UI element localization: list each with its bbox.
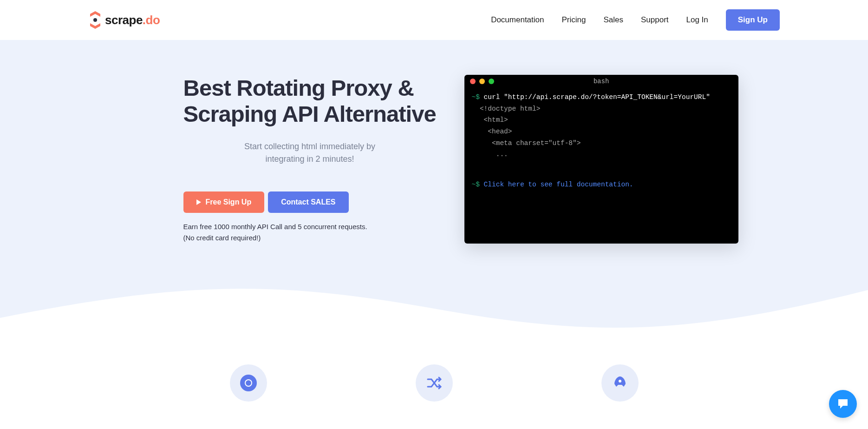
nav-documentation[interactable]: Documentation: [491, 15, 544, 25]
terminal-header: bash: [464, 75, 738, 88]
traffic-lights: [470, 79, 494, 84]
feature-chrome-icon: [230, 364, 267, 402]
free-signup-label: Free Sign Up: [206, 198, 252, 206]
svg-point-4: [619, 380, 621, 383]
output-line: <html>: [472, 114, 731, 126]
contact-sales-button[interactable]: Contact SALES: [268, 191, 348, 213]
output-line: <head>: [472, 126, 731, 138]
svg-point-3: [246, 380, 251, 386]
fine-print-2: (No credit card required!): [183, 232, 437, 244]
terminal-title: bash: [594, 78, 609, 85]
docs-link[interactable]: Click here to see full documentation.: [484, 181, 633, 188]
nav-support[interactable]: Support: [641, 15, 669, 25]
minimize-icon[interactable]: [479, 79, 485, 84]
output-line: <meta charset="utf-8">: [472, 138, 731, 149]
play-icon: [196, 199, 201, 205]
free-signup-button[interactable]: Free Sign Up: [183, 191, 265, 213]
curl-command: curl "http://api.scrape.do/?token=API_TO…: [480, 93, 710, 101]
hero-subtitle: Start collecting html immediately by int…: [224, 140, 396, 165]
features-section: [0, 346, 868, 402]
hero-section: Best Rotating Proxy & Scraping API Alter…: [0, 40, 868, 346]
maximize-icon[interactable]: [489, 79, 494, 84]
terminal-body: ~$ curl "http://api.scrape.do/?token=API…: [464, 88, 738, 198]
main-nav: Documentation Pricing Sales Support Log …: [491, 9, 780, 31]
output-line: ...: [472, 149, 731, 160]
close-icon[interactable]: [470, 79, 476, 84]
prompt: ~$: [472, 181, 480, 188]
signup-button[interactable]: Sign Up: [726, 9, 780, 31]
prompt: ~$: [472, 93, 480, 101]
nav-sales[interactable]: Sales: [603, 15, 623, 25]
wave-divider: [0, 262, 868, 346]
svg-point-0: [93, 18, 97, 22]
output-line: <!doctype html>: [472, 103, 731, 115]
nav-login[interactable]: Log In: [686, 15, 708, 25]
logo-icon: [88, 10, 102, 30]
logo[interactable]: scrape.do: [88, 10, 160, 30]
fine-print-1: Earn free 1000 monthly API Call and 5 co…: [183, 221, 437, 232]
chat-icon: [836, 397, 849, 402]
feature-rocket-icon: [601, 364, 639, 402]
site-header: scrape.do Documentation Pricing Sales Su…: [0, 0, 868, 40]
logo-text: scrape.do: [105, 13, 160, 27]
cta-row: Free Sign Up Contact SALES: [183, 191, 437, 213]
terminal-window: bash ~$ curl "http://api.scrape.do/?toke…: [464, 75, 738, 244]
nav-pricing[interactable]: Pricing: [561, 15, 586, 25]
hero-content: Best Rotating Proxy & Scraping API Alter…: [183, 75, 437, 244]
feature-shuffle-icon: [416, 364, 453, 402]
hero-title: Best Rotating Proxy & Scraping API Alter…: [183, 75, 437, 127]
